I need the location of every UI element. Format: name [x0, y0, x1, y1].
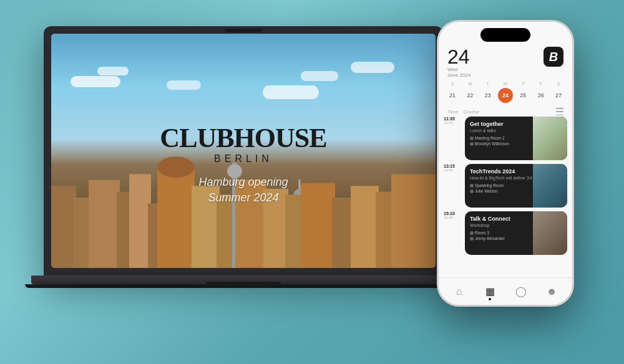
event-2-meta: Speaking Room Julie Watson: [470, 183, 562, 193]
cloud: [97, 67, 129, 75]
nav-home[interactable]: ⌂: [451, 283, 468, 300]
event-3-content: Talk & Connect Workshop Room 3 Jenny Ale…: [470, 216, 562, 241]
event-2-title: TechTrends 2024: [470, 168, 562, 175]
event-card-3[interactable]: Talk & Connect Workshop Room 3 Jenny Ale…: [465, 211, 567, 255]
event-1-end: 13:05: [444, 121, 461, 125]
event-3-subtitle: Workshop: [470, 223, 562, 228]
event-2-subtitle: How AI & BigTech will define '24: [470, 176, 562, 180]
event-2-end: 14:45: [444, 168, 461, 172]
nav-active-indicator: [489, 298, 491, 300]
cloud: [301, 71, 338, 81]
phone-inner: 24 Wed June 2024 B S M T W T F S: [439, 22, 572, 305]
cal-date-24[interactable]: 24: [498, 88, 513, 103]
phone-app-logo: B: [544, 47, 563, 67]
event-2-time: 13:15 14:45: [444, 164, 461, 172]
event-1-meta: Meeting Room 2 Brooklyn Wilkinson: [470, 136, 562, 146]
event-2-host: Julie Watson: [470, 189, 562, 193]
logo-letter: B: [549, 50, 558, 64]
phone-bottom-nav: ⌂ ▦ ◯ ☻: [439, 277, 572, 305]
cal-date-26[interactable]: 26: [534, 88, 548, 103]
phone-date-day: 24: [447, 47, 470, 67]
event-3-start: 15:10: [444, 211, 461, 216]
laptop-screen-inner: CLUBHOUSE BERLIN Hamburg opening Summer …: [51, 34, 436, 268]
event-3-title: Talk & Connect: [470, 216, 562, 222]
event-card-1[interactable]: Get together Lunch & talks Meeting Room …: [465, 117, 567, 160]
cal-day-s1: S: [445, 82, 460, 86]
berlin-subtitle: BERLIN: [160, 153, 326, 165]
event-1-content: Get together Lunch & talks Meeting Room …: [470, 121, 562, 146]
laptop-logo: CLUBHOUSE BERLIN: [160, 125, 326, 165]
event-2-content: TechTrends 2024 How AI & BigTech will de…: [470, 168, 562, 193]
phone: 24 Wed June 2024 B S M T W T F S: [437, 20, 574, 307]
event-row-2[interactable]: 13:15 14:45 TechTrends 2024 How AI & Big…: [444, 164, 567, 208]
event-1-location: Meeting Room 2: [470, 136, 562, 140]
event-card-2[interactable]: TechTrends 2024 How AI & BigTech will de…: [465, 164, 567, 208]
location-dot-2: [470, 184, 474, 188]
cloud: [167, 80, 201, 90]
nav-calendar[interactable]: ▦: [481, 283, 499, 300]
cloud: [71, 76, 120, 87]
dynamic-island: [480, 28, 530, 42]
cal-day-s2: S: [551, 82, 566, 86]
location-dot-3: [470, 231, 474, 235]
svg-rect-3: [89, 180, 120, 268]
event-1-host: Brooklyn Wilkinson: [470, 141, 562, 146]
cal-date-27[interactable]: 27: [551, 88, 566, 103]
laptop-base: [31, 275, 456, 284]
event-1-time: 11:35 13:05: [444, 117, 461, 125]
event-2-start: 13:15: [444, 164, 461, 168]
location-dot: [470, 136, 474, 140]
host-dot-2: [470, 189, 474, 193]
event-1-title: Get together: [470, 121, 562, 127]
cal-day-f: F: [534, 82, 548, 86]
event-3-host: Jenny Alexander: [470, 236, 562, 241]
clubhouse-title: CLUBHOUSE: [160, 125, 326, 152]
cal-date-23[interactable]: 23: [480, 88, 495, 103]
calendar-strip[interactable]: S M T W T F S 21 22 23 24 25 26 27: [439, 80, 572, 105]
event-3-meta: Room 3 Jenny Alexander: [470, 231, 562, 241]
nav-chat[interactable]: ◯: [512, 283, 530, 300]
berlin-text: BERLIN: [214, 153, 273, 164]
profile-icon: ☻: [547, 286, 557, 297]
svg-rect-18: [351, 186, 379, 268]
calendar-dates-row: 21 22 23 24 25 26 27: [445, 88, 566, 103]
event-3-location: Room 3: [470, 231, 562, 235]
course-column-header: Course: [463, 109, 556, 115]
laptop-tagline: Hamburg opening Summer 2024: [198, 175, 288, 206]
cal-day-t1: T: [480, 82, 495, 86]
events-list: 11:35 13:05 Get together Lunch & talks: [439, 117, 572, 277]
cal-date-25[interactable]: 25: [515, 88, 530, 103]
laptop: CLUBHOUSE BERLIN Hamburg opening Summer …: [44, 26, 443, 300]
calendar-icon: ▦: [485, 285, 495, 297]
laptop-body: CLUBHOUSE BERLIN Hamburg opening Summer …: [44, 26, 443, 275]
host-dot-3: [470, 237, 474, 241]
svg-rect-17: [332, 198, 354, 268]
laptop-bottom: [25, 284, 462, 288]
tagline-line1: Hamburg opening Summer 2024: [198, 175, 288, 206]
phone-date-block: 24 Wed June 2024: [447, 47, 470, 78]
event-3-end: 16:40: [444, 216, 461, 219]
scene: CLUBHOUSE BERLIN Hamburg opening Summer …: [31, 7, 593, 357]
event-1-start: 11:35: [444, 117, 461, 121]
cal-day-m: M: [462, 82, 477, 86]
event-1-subtitle: Lunch & talks: [470, 128, 562, 133]
event-row-3[interactable]: 15:10 16:40 Talk & Connect Workshop: [444, 211, 567, 255]
event-row-1[interactable]: 11:35 13:05 Get together Lunch & talks: [444, 117, 567, 160]
cal-date-21[interactable]: 21: [445, 88, 460, 103]
tagline-text-1: Hamburg opening: [198, 176, 288, 188]
phone-date-month: June 2024: [447, 72, 470, 78]
cal-date-22[interactable]: 22: [462, 88, 477, 103]
clubhouse-text: CLUBHOUSE: [160, 123, 326, 153]
svg-rect-7: [157, 168, 195, 268]
schedule-list-icon[interactable]: [556, 108, 563, 115]
chat-icon: ◯: [515, 285, 527, 297]
host-dot: [470, 142, 474, 146]
svg-rect-5: [129, 175, 151, 268]
cloud: [263, 85, 319, 99]
nav-profile[interactable]: ☻: [543, 283, 560, 300]
event-2-location: Speaking Room: [470, 183, 562, 188]
calendar-day-names: S M T W T F S: [445, 82, 566, 86]
time-column-header: Time: [447, 109, 458, 115]
cloud: [351, 62, 394, 73]
home-icon: ⌂: [456, 286, 462, 297]
